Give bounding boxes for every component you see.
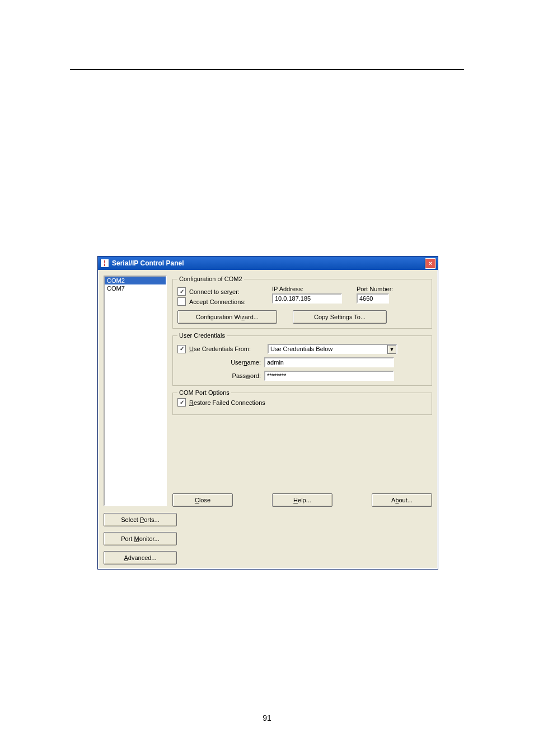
button-label: Select Ports...	[121, 516, 160, 523]
config-legend: Configuration of COM2	[177, 276, 244, 282]
list-item[interactable]: COM7	[105, 284, 166, 292]
username-label: Username:	[177, 359, 261, 366]
select-ports-button[interactable]: Select Ports...	[104, 513, 177, 526]
list-item[interactable]: COM2	[105, 277, 166, 284]
horizontal-rule	[70, 69, 464, 70]
port-number-input[interactable]	[357, 293, 389, 304]
app-icon: ¦	[100, 259, 109, 268]
copy-settings-button[interactable]: Copy Settings To...	[293, 310, 387, 324]
username-input[interactable]	[264, 357, 394, 367]
button-label: Close	[195, 497, 210, 503]
port-listbox[interactable]: COM2 COM7	[104, 276, 167, 506]
close-icon[interactable]: ×	[425, 258, 436, 269]
accept-label: Accept Connections:	[189, 298, 246, 305]
port-monitor-button[interactable]: Port Monitor...	[104, 532, 177, 545]
ip-label: IP Address:	[272, 286, 342, 292]
use-credentials-checkbox[interactable]	[177, 345, 186, 353]
connect-checkbox[interactable]	[177, 287, 186, 296]
serialip-control-panel-dialog: ¦ Serial/IP Control Panel × COM2 COM7 Se…	[97, 256, 438, 570]
password-label: Password:	[177, 372, 261, 379]
configuration-wizard-button[interactable]: Configuration Wizard...	[177, 310, 277, 324]
port-label: Port Number:	[357, 286, 393, 292]
restore-connections-label: Restore Failed Connections	[189, 399, 265, 406]
page-number: 91	[0, 713, 534, 722]
button-label: About...	[391, 497, 413, 503]
use-credentials-label: Use Credentials From:	[189, 346, 264, 352]
restore-connections-checkbox[interactable]	[177, 398, 186, 407]
button-label: Copy Settings To...	[314, 314, 366, 320]
com-options-legend: COM Port Options	[177, 389, 231, 396]
credentials-from-select[interactable]: ▼	[268, 344, 397, 354]
password-input[interactable]	[264, 371, 394, 381]
advanced-button[interactable]: Advanced...	[104, 551, 177, 564]
button-label: Advanced...	[124, 554, 156, 561]
ip-address-input[interactable]	[272, 293, 342, 304]
connect-label: Connect to server:	[189, 288, 240, 295]
close-button[interactable]: Close	[172, 493, 233, 507]
chevron-down-icon[interactable]: ▼	[387, 345, 396, 354]
button-label: Help...	[293, 497, 311, 503]
window-title: Serial/IP Control Panel	[112, 259, 425, 267]
creds-legend: User Credentials	[177, 332, 227, 339]
configuration-group: Configuration of COM2 Connect to server:…	[172, 276, 432, 329]
accept-checkbox[interactable]	[177, 297, 186, 306]
about-button[interactable]: About...	[372, 493, 432, 507]
com-port-options-group: COM Port Options Restore Failed Connecti…	[172, 389, 432, 415]
user-credentials-group: User Credentials Use Credentials From: ▼…	[172, 332, 432, 386]
titlebar: ¦ Serial/IP Control Panel ×	[98, 256, 438, 270]
button-label: Configuration Wizard...	[196, 314, 259, 320]
button-label: Port Monitor...	[121, 535, 159, 542]
help-button[interactable]: Help...	[272, 493, 332, 507]
credentials-from-value[interactable]	[268, 344, 397, 354]
